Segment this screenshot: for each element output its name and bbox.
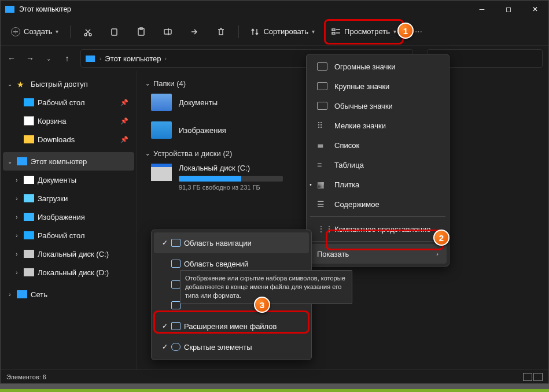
sidebar-downloads-pinned[interactable]: Downloads📌: [3, 130, 134, 149]
sidebar-documents[interactable]: ›Документы: [3, 171, 134, 189]
view-compact[interactable]: ⋮⋮Компактное представление: [309, 219, 447, 239]
md-icons-icon: [317, 102, 327, 110]
view-details[interactable]: ≡Таблица: [309, 155, 447, 175]
show-file-extensions[interactable]: ✓Расширения имен файлов: [154, 316, 309, 336]
view-medium[interactable]: Обычные значки: [309, 96, 447, 116]
documents-icon: [151, 94, 172, 111]
breadcrumb[interactable]: Этот компьютер: [105, 54, 161, 63]
back-button[interactable]: ←: [6, 54, 17, 63]
minimize-button[interactable]: ─: [469, 1, 495, 18]
sidebar-disk-d[interactable]: ›Локальный диск (D:): [3, 263, 134, 282]
compact-icon: ⋮⋮: [317, 225, 327, 233]
pictures-icon: [24, 213, 34, 221]
label: Этот компьютер: [31, 157, 87, 166]
item-count: Элементов: 6: [6, 373, 46, 380]
sidebar-downloads[interactable]: ›Загрузки: [3, 189, 134, 208]
chevron-right-icon: ›: [13, 177, 20, 183]
new-button[interactable]: Создать ▾: [5, 22, 64, 42]
hidden-icon: [171, 343, 180, 351]
sidebar-desktop2[interactable]: ›Рабочий стол: [3, 226, 134, 245]
sort-button[interactable]: Сортировать ▾: [245, 22, 320, 42]
chevron-right-icon: ›: [6, 291, 13, 298]
desktop-icon: [24, 231, 34, 239]
paste-button[interactable]: [130, 22, 153, 42]
delete-button[interactable]: [209, 22, 233, 42]
label: Расширения имен файлов: [184, 322, 277, 331]
chevron-right-icon: ›: [165, 56, 167, 62]
show-navigation-pane[interactable]: ✓Область навигации: [154, 232, 309, 253]
chevron-down-icon: ▾: [56, 28, 58, 35]
label: Устройства и диски (2): [153, 149, 232, 158]
forward-button[interactable]: →: [25, 54, 35, 63]
view-small[interactable]: ⠿Мелкие значки: [309, 116, 447, 135]
separator: [238, 25, 239, 38]
svg-rect-5: [164, 29, 171, 34]
label: Область навигации: [184, 239, 252, 247]
detailspane-icon: [171, 260, 180, 268]
view-list[interactable]: ≣Список: [309, 135, 447, 155]
chevron-down-icon: ⌄: [145, 80, 150, 87]
chevron-down-icon: ⌄: [6, 158, 13, 165]
up-button[interactable]: ↑: [62, 54, 72, 63]
ellipsis-icon: ⋯: [415, 27, 422, 36]
sidebar-quick-access[interactable]: ⌄★Быстрый доступ: [3, 75, 134, 93]
thumbnails-view-button[interactable]: [533, 373, 543, 381]
sidebar-pictures[interactable]: ›Изображения: [3, 208, 134, 226]
copy-icon: [110, 27, 119, 36]
rename-button[interactable]: [156, 22, 179, 42]
navigation-pane[interactable]: ⌄★Быстрый доступ Рабочий стол📌 Корзина📌 …: [1, 71, 137, 369]
titlebar[interactable]: Этот компьютер ─ ◻ ✕: [1, 1, 548, 18]
svg-point-0: [84, 34, 87, 36]
check-icon: ✓: [162, 239, 168, 247]
previewpane-icon: [171, 280, 180, 289]
status-bar: Элементов: 6: [1, 369, 548, 383]
sidebar-disk-c[interactable]: ›Локальный диск (C:): [3, 245, 134, 263]
details-view-button[interactable]: [523, 373, 532, 381]
view-extra-large[interactable]: Огромные значки: [309, 57, 447, 76]
toolbar: Создать ▾ Сортировать ▾ Просмотреть ▾ ⋯: [1, 18, 548, 46]
show-hidden-items[interactable]: ✓Скрытые элементы: [154, 336, 309, 357]
label: Downloads: [38, 135, 75, 144]
window-title: Этот компьютер: [19, 5, 71, 13]
label: Изображения: [179, 126, 226, 135]
label: Крупные значки: [334, 82, 389, 91]
close-button[interactable]: ✕: [522, 1, 548, 18]
label: Огромные значки: [334, 62, 395, 71]
view-tiles[interactable]: •▦Плитка: [309, 175, 447, 194]
label: Список: [334, 141, 359, 150]
sidebar-this-pc[interactable]: ⌄Этот компьютер: [3, 152, 134, 171]
label: Документы: [179, 98, 218, 107]
chevron-right-icon: ›: [436, 250, 439, 257]
label: Показать: [317, 250, 349, 258]
pin-icon: 📌: [120, 99, 128, 106]
label: Документы: [38, 176, 76, 184]
view-large[interactable]: Крупные значки: [309, 76, 447, 96]
view-show-submenu[interactable]: Показать ›: [309, 244, 447, 264]
footer-bar: [0, 389, 549, 392]
rename-icon: [163, 27, 172, 36]
view-button[interactable]: Просмотреть ▾: [328, 22, 400, 42]
chevron-down-icon: ⌄: [145, 150, 150, 157]
share-button[interactable]: [183, 22, 206, 42]
maximize-button[interactable]: ◻: [495, 1, 522, 18]
cut-button[interactable]: [76, 22, 100, 42]
sidebar-recycle-bin[interactable]: Корзина📌: [3, 112, 134, 130]
view-content[interactable]: ☰Содержимое: [309, 194, 447, 214]
view-label: Просмотреть: [344, 27, 390, 36]
thispc-icon: [86, 56, 95, 62]
sort-label: Сортировать: [263, 27, 308, 36]
downloads-icon: [24, 194, 34, 202]
label: Папки (4): [153, 79, 186, 88]
svg-rect-8: [332, 32, 335, 34]
lg-icons-icon: [317, 82, 327, 90]
copy-button[interactable]: [103, 22, 126, 42]
drive-icon: [24, 268, 34, 276]
separator: [70, 25, 71, 38]
label: Содержимое: [334, 200, 379, 209]
sidebar-desktop[interactable]: Рабочий стол📌: [3, 93, 134, 112]
sidebar-network[interactable]: ›Сеть: [3, 285, 134, 304]
recent-button[interactable]: ⌄: [43, 56, 54, 62]
chevron-right-icon: ›: [13, 232, 20, 239]
share-icon: [190, 27, 199, 36]
drive-icon: [24, 250, 34, 258]
